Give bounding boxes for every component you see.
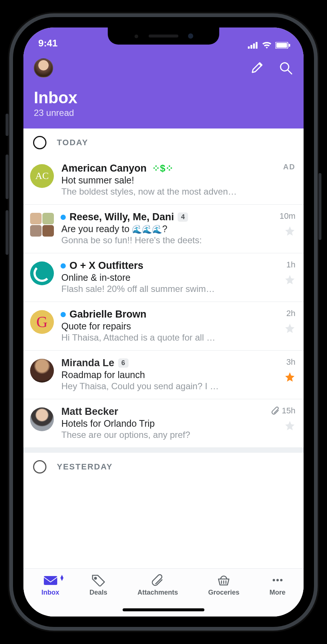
device-notch bbox=[108, 27, 219, 45]
star-toggle[interactable] bbox=[284, 323, 295, 334]
envelope-icon bbox=[43, 574, 58, 586]
tab-label: Attachments bbox=[137, 589, 178, 596]
svg-rect-3 bbox=[256, 42, 258, 49]
tab-label: Groceries bbox=[208, 589, 239, 596]
inbox-header: Inbox 23 unread bbox=[23, 51, 304, 129]
tag-icon bbox=[91, 574, 106, 586]
message-row-ad[interactable]: AC American Canyon ⁘$⁘ Hot summer sale! … bbox=[23, 156, 304, 205]
section-yesterday: YESTERDAY bbox=[23, 453, 304, 474]
message-subject: Roadmap for launch bbox=[61, 370, 262, 380]
message-subject: Hotels for Orlando Trip bbox=[61, 418, 262, 429]
message-time: 3h bbox=[286, 357, 295, 367]
avatar-photo bbox=[30, 407, 54, 431]
star-toggle[interactable] bbox=[284, 420, 295, 431]
select-all-yesterday[interactable] bbox=[33, 460, 46, 474]
svg-point-16 bbox=[280, 579, 282, 581]
avatar-brand bbox=[30, 261, 54, 285]
message-preview: Gonna be so fun!! Here's the deets: bbox=[61, 235, 262, 245]
star-toggle[interactable] bbox=[284, 274, 295, 285]
battery-icon bbox=[275, 42, 290, 49]
avatar-initials: AC bbox=[30, 164, 54, 188]
message-time: 1h bbox=[286, 260, 295, 270]
star-toggle[interactable] bbox=[284, 225, 295, 237]
wave-emoji: 🌊🌊🌊 bbox=[132, 225, 162, 234]
svg-rect-6 bbox=[289, 44, 290, 47]
message-time: 10m bbox=[279, 211, 295, 221]
message-row[interactable]: Miranda Le 6 Roadmap for launch Hey Thai… bbox=[23, 351, 304, 399]
avatar-group bbox=[30, 213, 54, 237]
status-time: 9:41 bbox=[38, 38, 58, 49]
sender-name: Miranda Le bbox=[61, 357, 114, 369]
svg-point-10 bbox=[94, 578, 96, 579]
home-indicator[interactable] bbox=[123, 608, 204, 611]
message-preview: Hi Thaisa, Attached is a quote for all … bbox=[61, 332, 262, 343]
message-subject: Online & in-store bbox=[61, 272, 262, 283]
sort-arrows-icon: ▲▼ bbox=[59, 575, 65, 580]
basket-icon bbox=[216, 574, 231, 586]
ad-label: AD bbox=[283, 163, 295, 171]
tab-label: More bbox=[269, 589, 285, 596]
cellular-icon bbox=[248, 42, 258, 49]
sponsored-icon: ⁘$⁘ bbox=[152, 163, 174, 174]
message-list: AC American Canyon ⁘$⁘ Hot summer sale! … bbox=[23, 156, 304, 448]
message-time: 15h bbox=[282, 406, 295, 416]
unread-count: 23 unread bbox=[34, 108, 293, 118]
message-row[interactable]: G Gabrielle Brown Quote for repairs Hi T… bbox=[23, 302, 304, 351]
message-row[interactable]: Reese, Willy, Me, Dani 4 Are you ready t… bbox=[23, 205, 304, 253]
tab-label: Deals bbox=[90, 589, 107, 596]
tab-inbox[interactable]: ▲▼ Inbox bbox=[42, 574, 59, 617]
thread-count: 4 bbox=[178, 212, 188, 222]
svg-rect-1 bbox=[250, 45, 252, 49]
message-subject: Hot summer sale! bbox=[61, 175, 262, 186]
message-time: 2h bbox=[286, 309, 295, 318]
attachment-icon bbox=[271, 406, 279, 415]
sender-name: Matt Becker bbox=[61, 406, 118, 417]
unread-dot bbox=[61, 215, 66, 220]
select-all-today[interactable] bbox=[33, 136, 46, 149]
svg-line-8 bbox=[288, 70, 292, 74]
more-dots-icon bbox=[270, 574, 285, 586]
svg-point-14 bbox=[273, 579, 275, 581]
svg-rect-2 bbox=[253, 43, 255, 49]
message-row[interactable]: Matt Becker Hotels for Orlando Trip Thes… bbox=[23, 399, 304, 448]
tab-label: Inbox bbox=[42, 589, 59, 596]
tab-more[interactable]: More bbox=[269, 574, 285, 617]
message-preview: Hey Thaisa, Could you send again? I … bbox=[61, 381, 262, 391]
sender-name: American Canyon bbox=[61, 163, 147, 174]
search-icon[interactable] bbox=[278, 61, 293, 75]
section-today: TODAY bbox=[23, 129, 304, 156]
svg-point-7 bbox=[281, 63, 289, 71]
message-subject: Are you ready to 🌊🌊🌊? bbox=[61, 224, 262, 234]
paperclip-icon bbox=[150, 574, 165, 586]
avatar-photo bbox=[30, 359, 54, 383]
svg-rect-9 bbox=[44, 576, 57, 585]
svg-rect-0 bbox=[248, 46, 250, 49]
profile-avatar[interactable] bbox=[34, 58, 53, 78]
wifi-icon bbox=[262, 42, 272, 49]
unread-dot bbox=[61, 312, 66, 317]
section-label: YESTERDAY bbox=[57, 462, 113, 472]
sender-name: Gabrielle Brown bbox=[69, 309, 146, 320]
sender-name: Reese, Willy, Me, Dani bbox=[69, 211, 174, 223]
message-preview: These are our options, any pref? bbox=[61, 430, 262, 440]
unread-dot bbox=[61, 263, 66, 269]
thread-count: 6 bbox=[118, 358, 129, 368]
message-row[interactable]: O + X Outfitters Online & in-store Flash… bbox=[23, 253, 304, 302]
svg-point-15 bbox=[276, 579, 279, 581]
section-gap bbox=[23, 448, 304, 453]
tab-groceries[interactable]: Groceries bbox=[208, 574, 239, 617]
avatar-initials: G bbox=[30, 310, 54, 334]
section-label: TODAY bbox=[57, 138, 88, 147]
tab-deals[interactable]: Deals bbox=[90, 574, 107, 617]
sender-name: O + X Outfitters bbox=[69, 260, 143, 271]
page-title: Inbox bbox=[34, 88, 293, 107]
message-subject: Quote for repairs bbox=[61, 321, 262, 332]
compose-icon[interactable] bbox=[249, 61, 264, 75]
message-preview: Flash sale! 20% off all summer swim… bbox=[61, 284, 262, 294]
message-preview: The boldest styles, now at the most adve… bbox=[61, 186, 262, 197]
star-toggle[interactable] bbox=[284, 371, 295, 383]
svg-rect-5 bbox=[276, 43, 287, 48]
